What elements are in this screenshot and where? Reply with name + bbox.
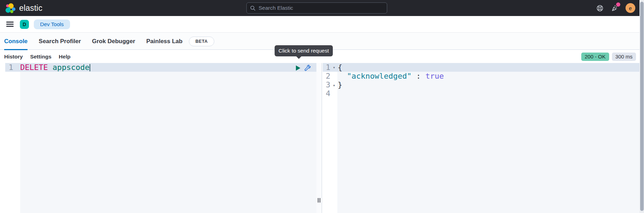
line-number: 4	[323, 89, 330, 98]
line-number: 1	[323, 63, 330, 72]
avatar-initial: e	[629, 5, 632, 11]
response-line[interactable]: 4	[323, 89, 644, 98]
space-badge[interactable]: D	[20, 20, 29, 29]
line-number: 2	[323, 72, 330, 80]
help-button[interactable]	[596, 4, 604, 12]
life-buoy-icon	[596, 5, 604, 12]
tab-painless-lab[interactable]: Painless Lab	[146, 33, 183, 50]
request-actions	[294, 64, 311, 71]
text-cursor	[90, 64, 90, 71]
window-scrollbar[interactable]	[639, 0, 644, 213]
elastic-brand[interactable]: elastic	[0, 3, 43, 14]
response-line[interactable]: 1 ▾ {	[323, 63, 644, 72]
response-line[interactable]: 3 ▴ }	[323, 80, 644, 89]
beta-badge: BETA	[189, 37, 215, 46]
brand-name: elastic	[19, 3, 43, 13]
json-key: "acknowledged"	[347, 72, 412, 80]
tab-search-profiler[interactable]: Search Profiler	[39, 33, 81, 50]
tab-console[interactable]: Console	[4, 33, 28, 50]
fold-toggle-icon[interactable]: ▴	[330, 80, 338, 89]
wrench-icon	[304, 65, 311, 71]
elastic-logo-icon	[5, 3, 16, 14]
request-code: DELETE appscode	[20, 63, 90, 72]
http-method: DELETE	[20, 63, 48, 72]
response-line[interactable]: 2 "acknowledged" : true	[323, 72, 644, 80]
hamburger-icon	[6, 22, 14, 23]
dev-tools-console-page: elastic	[0, 0, 644, 213]
settings-menu[interactable]: Settings	[30, 54, 51, 60]
header-actions: e	[596, 0, 635, 16]
top-header-bar: elastic	[0, 0, 644, 16]
request-editor-panel[interactable]: 1 DELETE appscode	[0, 63, 316, 213]
fold-toggle-icon[interactable]: ▾	[330, 63, 338, 72]
tab-grok-debugger[interactable]: Grok Debugger	[92, 33, 135, 50]
user-avatar[interactable]: e	[626, 3, 635, 13]
search-icon	[250, 6, 255, 11]
send-request-button[interactable]	[294, 64, 301, 71]
navigation-bar: D Dev Tools	[0, 16, 644, 33]
line-number: 3	[323, 80, 330, 89]
menu-toggle-button[interactable]	[6, 22, 14, 27]
json-value: true	[426, 72, 444, 80]
help-menu[interactable]: Help	[59, 54, 71, 60]
send-request-tooltip: Click to send request	[275, 45, 333, 56]
request-options-button[interactable]	[304, 64, 311, 71]
notification-dot	[616, 2, 620, 7]
request-path: appscode	[53, 63, 90, 72]
response-viewer-panel[interactable]: 1 ▾ { 2 "acknowledged" : true 3 ▴ } 4	[322, 63, 644, 213]
response-time-badge: 300 ms	[612, 53, 636, 61]
global-search[interactable]	[246, 2, 387, 14]
search-input[interactable]	[259, 5, 383, 11]
response-code: "acknowledged" : true	[338, 72, 444, 80]
history-menu[interactable]: History	[4, 54, 23, 60]
request-line[interactable]: 1 DELETE appscode	[5, 63, 316, 72]
scrollbar-thumb[interactable]	[640, 2, 644, 211]
breadcrumb-dev-tools[interactable]: Dev Tools	[34, 19, 70, 29]
newsfeed-button[interactable]	[611, 4, 619, 12]
play-icon	[296, 65, 301, 71]
resize-handle-icon[interactable]	[318, 198, 320, 203]
console-editor: 1 DELETE appscode	[0, 63, 644, 213]
line-number: 1	[5, 63, 13, 72]
status-badge: 200 - OK	[581, 53, 609, 61]
panel-resizer[interactable]	[316, 63, 322, 213]
